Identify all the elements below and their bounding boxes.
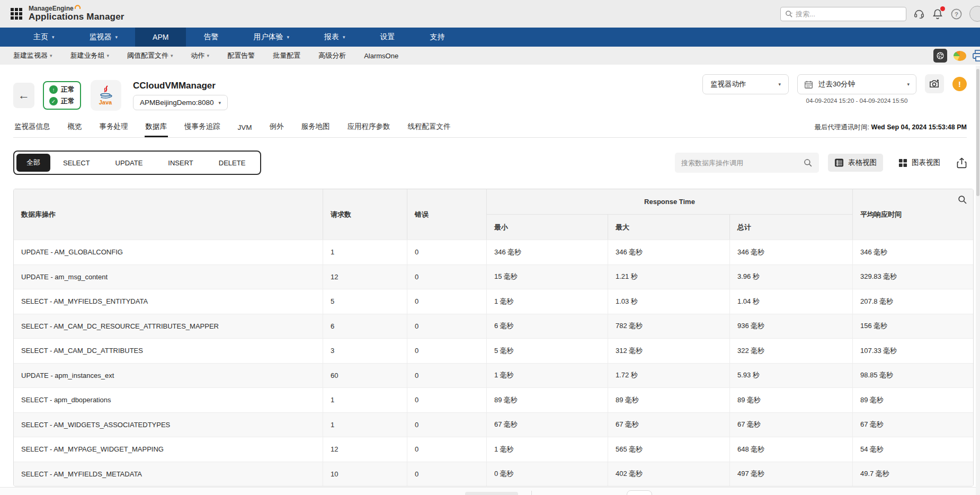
cell-total: 3.96 秒	[729, 265, 852, 289]
cell-errors: 0	[407, 437, 486, 462]
toolbar-item-2[interactable]: 阈值配置文件▾	[127, 51, 173, 60]
column-header-max[interactable]: 最大	[608, 215, 729, 240]
table-row[interactable]: SELECT - AM_WIDGETS_ASSOCIATEDTYPES1067 …	[14, 412, 973, 437]
toolbar-item-7[interactable]: AlarmsOne	[364, 52, 398, 60]
tab-3[interactable]: 数据库	[145, 122, 168, 137]
cell-avg: 49.7 毫秒	[852, 462, 974, 487]
db-operation-search-input[interactable]	[681, 159, 804, 167]
chevron-down-icon: ▾	[219, 100, 221, 105]
screenshot-aperture-icon[interactable]	[933, 49, 947, 63]
nav-item-label: 报表	[324, 32, 339, 42]
table-row[interactable]: SELECT - AM_CAM_DC_RESOURCE_ATTRIBUTES_M…	[14, 314, 973, 339]
notifications-bell-icon[interactable]	[932, 8, 943, 20]
filter-option-1[interactable]: SELECT	[50, 155, 103, 171]
column-header-min[interactable]: 最小	[486, 215, 608, 240]
column-header-operation[interactable]: 数据库操作	[14, 189, 323, 240]
table-row[interactable]: SELECT - AM_MYFIELDS_ENTITYDATA501 毫秒1.0…	[14, 289, 973, 314]
nav-item-7[interactable]: 支持	[412, 28, 462, 47]
table-row[interactable]: UPDATE - AM_GLOBALCONFIG10346 毫秒346 毫秒34…	[14, 240, 973, 264]
cell-total: 89 毫秒	[729, 388, 852, 412]
cell-errors: 0	[407, 289, 486, 314]
alert-warning-icon[interactable]: !	[952, 77, 967, 91]
column-header-errors[interactable]: 错误	[407, 189, 486, 240]
cell-max: 782 毫秒	[608, 314, 729, 339]
chart-view-toggle[interactable]: 图表视图	[892, 154, 947, 172]
help-icon[interactable]: ?	[950, 8, 963, 20]
global-search[interactable]	[780, 7, 906, 21]
toolbar-item-5[interactable]: 批量配置	[273, 51, 300, 60]
tab-4[interactable]: 慢事务追踪	[183, 122, 221, 137]
cell-operation: SELECT - AM_WIDGETS_ASSOCIATEDTYPES	[14, 413, 323, 437]
cell-max: 1.72 秒	[608, 364, 729, 388]
instance-dropdown[interactable]: APMBeijingDemo:8080 ▾	[133, 95, 228, 110]
cell-operation: UPDATE - am_msg_content	[14, 265, 323, 289]
cell-total: 346 毫秒	[729, 240, 852, 264]
vertical-scrollbar[interactable]	[976, 66, 980, 495]
tab-0[interactable]: 监视器信息	[13, 122, 51, 137]
nav-item-4[interactable]: 用户体验▾	[236, 28, 307, 47]
nav-item-1[interactable]: 监视器▾	[72, 28, 136, 47]
tab-6[interactable]: 例外	[269, 122, 285, 137]
table-row[interactable]: UPDATE - am_msg_content12015 毫秒1.21 秒3.9…	[14, 264, 973, 289]
cell-min: 5 毫秒	[486, 339, 608, 363]
table-row[interactable]: SELECT - AM_MYFIELDS_METADATA1000 毫秒402 …	[14, 462, 973, 487]
table-view-toggle[interactable]: 表格视图	[828, 154, 883, 172]
column-header-requests[interactable]: 请求数	[323, 189, 407, 240]
chevron-down-icon: ▾	[171, 53, 173, 58]
pie-chart-icon[interactable]	[954, 51, 966, 61]
global-search-input[interactable]	[796, 10, 886, 18]
toolbar-item-3[interactable]: 动作▾	[191, 51, 210, 60]
apps-grid-icon[interactable]	[11, 8, 22, 20]
avatar[interactable]	[969, 6, 980, 22]
toolbar-item-label: 阈值配置文件	[127, 51, 168, 60]
snapshot-camera-button[interactable]	[925, 74, 944, 93]
scrollbar-thumb[interactable]	[976, 69, 979, 196]
up-arrow-icon: ↑	[49, 85, 58, 94]
filter-option-2[interactable]: UPDATE	[103, 155, 156, 171]
nav-item-label: APM	[153, 33, 168, 41]
filter-option-3[interactable]: INSERT	[155, 155, 206, 171]
brand-line2: Applications Manager	[29, 12, 124, 22]
printer-icon[interactable]	[973, 50, 980, 61]
db-operation-search[interactable]	[675, 153, 819, 173]
toolbar-item-6[interactable]: 高级分析	[318, 51, 346, 60]
table-body: UPDATE - AM_GLOBALCONFIG10346 毫秒346 毫秒34…	[14, 240, 973, 486]
cell-operation: UPDATE - apm_instances_ext	[14, 364, 323, 388]
nav-item-5[interactable]: 报表▾	[307, 28, 363, 47]
table-row[interactable]: SELECT - AM_CAM_DC_ATTRIBUTES305 毫秒312 毫…	[14, 338, 973, 363]
monitor-actions-dropdown[interactable]: 监视器动作 ▾	[702, 74, 789, 94]
toolbar-item-1[interactable]: 新建业务组▾	[70, 51, 110, 60]
toolbar-item-0[interactable]: 新建监视器▾	[13, 51, 52, 60]
filter-option-4[interactable]: DELETE	[206, 155, 259, 171]
column-header-total[interactable]: 总计	[729, 215, 852, 240]
nav-item-6[interactable]: 设置	[362, 28, 412, 47]
cell-total: 67 毫秒	[729, 413, 852, 437]
toolbar-item-4[interactable]: 配置告警	[227, 51, 255, 60]
page-size-select[interactable]	[627, 490, 652, 495]
cell-min: 346 毫秒	[486, 240, 608, 264]
availability-status: ↑ 正常	[49, 85, 75, 94]
sub-toolbar: 新建监视器▾新建业务组▾阈值配置文件▾动作▾配置告警批量配置高级分析Alarms…	[0, 47, 980, 65]
time-range-dropdown[interactable]: 过去30分钟 ▾	[797, 74, 916, 94]
tab-9[interactable]: 线程配置文件	[407, 122, 452, 137]
nav-item-2[interactable]: APM	[135, 28, 186, 47]
brand-logo[interactable]: ManageEngine Applications Manager	[29, 5, 124, 22]
tab-5[interactable]: JVM	[237, 123, 253, 137]
support-headset-icon[interactable]	[913, 8, 925, 20]
nav-item-3[interactable]: 告警	[186, 28, 236, 47]
table-row[interactable]: SELECT - apm_dboperations1089 毫秒89 毫秒89 …	[14, 387, 973, 412]
export-share-icon[interactable]	[957, 157, 967, 169]
table-row[interactable]: UPDATE - apm_instances_ext6001 毫秒1.72 秒5…	[14, 363, 973, 388]
tab-2[interactable]: 事务处理	[99, 122, 129, 137]
cell-errors: 0	[407, 364, 486, 388]
tab-7[interactable]: 服务地图	[300, 122, 331, 137]
nav-item-0[interactable]: 主页▾	[16, 28, 72, 47]
tab-1[interactable]: 概览	[67, 122, 83, 137]
back-button[interactable]: ←	[13, 83, 34, 108]
tab-8[interactable]: 应用程序参数	[346, 122, 391, 137]
cell-errors: 0	[407, 462, 486, 487]
table-search-icon[interactable]	[958, 195, 967, 205]
table-row[interactable]: SELECT - AM_MYPAGE_WIDGET_MAPPING1201 毫秒…	[14, 437, 973, 462]
filter-option-0[interactable]: 全部	[16, 154, 50, 172]
column-header-avg[interactable]: 平均响应时间	[852, 189, 974, 240]
